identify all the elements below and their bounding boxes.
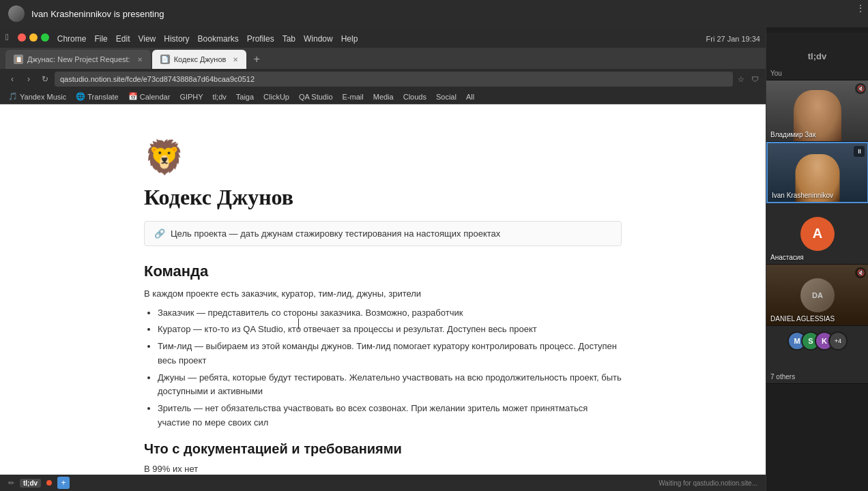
menu-view[interactable]: View bbox=[138, 34, 156, 44]
address-input[interactable] bbox=[55, 72, 733, 87]
notion-page: 🦁 Кодекс Джунов 🔗 Цель проекта — дать дж… bbox=[144, 118, 622, 475]
bullet-item-1: Куратор — кто-то из QA Studio, кто отвеч… bbox=[158, 323, 622, 337]
callout-box: 🔗 Цель проекта — дать джунам стажировку … bbox=[144, 221, 622, 246]
calendar-icon: 📅 bbox=[128, 92, 138, 101]
datetime-display: Fri 27 Jan 19:34 bbox=[706, 35, 761, 43]
main-layout:  Chrome File Edit View History Bookmark… bbox=[0, 27, 868, 491]
forward-button[interactable]: › bbox=[22, 72, 35, 86]
tab-label-1: Джунас: New Project Request: bbox=[27, 55, 130, 63]
bookmark-clickup[interactable]: ClickUp bbox=[261, 92, 292, 102]
sidebar-options-button[interactable]: ⋮ bbox=[856, 3, 865, 14]
bookmark-label: Calendar bbox=[140, 93, 171, 101]
bookmark-qa-studio[interactable]: QA Studio bbox=[296, 92, 336, 102]
browser-area:  Chrome File Edit View History Bookmark… bbox=[0, 27, 766, 491]
menu-profiles[interactable]: Profiles bbox=[247, 34, 274, 44]
tab-close-1[interactable]: ✕ bbox=[137, 56, 143, 63]
new-tab-button[interactable]: + bbox=[248, 50, 265, 68]
menu-bookmarks[interactable]: Bookmarks bbox=[198, 34, 239, 44]
bookmark-label: All bbox=[466, 93, 474, 101]
bookmark-label: tl;dv bbox=[213, 93, 227, 101]
sidebar: ⋮ tl;dv You 🔇 Владимир Зак ⏸ Ivan Krashe… bbox=[766, 27, 868, 491]
bookmark-media[interactable]: Media bbox=[371, 92, 396, 102]
bookmarks-bar: 🎵 Yandex Music 🌐 Translate 📅 Calendar GI… bbox=[0, 89, 766, 104]
bookmark-tldv[interactable]: tl;dv bbox=[210, 92, 229, 102]
bookmark-label: Yandex Music bbox=[20, 93, 66, 101]
shield-icon[interactable]: 🛡 bbox=[749, 74, 760, 85]
presenter-avatar bbox=[8, 5, 25, 22]
ivan-name-label: Ivan Krasheninnikov bbox=[772, 192, 833, 199]
record-indicator bbox=[46, 480, 52, 486]
team-description: В каждом проекте есть заказчик, куратор,… bbox=[144, 287, 622, 301]
bottom-left: ✏ tl;dv + bbox=[8, 477, 70, 489]
bullet-item-3: Джуны — ребята, которые будут тестироват… bbox=[158, 371, 622, 400]
web-content: 🦁 Кодекс Джунов 🔗 Цель проекта — дать дж… bbox=[0, 104, 766, 475]
anastasia-name-label: Анастасия bbox=[770, 254, 804, 261]
bookmark-calendar[interactable]: 📅 Calendar bbox=[126, 91, 173, 102]
anastasia-avatar-letter: А bbox=[813, 226, 822, 241]
bookmark-email[interactable]: E-mail bbox=[340, 92, 366, 102]
menu-window[interactable]: Window bbox=[304, 34, 333, 44]
callout-text: Цель проекта — дать джунам стажировку те… bbox=[171, 228, 500, 239]
menu-edit[interactable]: Edit bbox=[116, 34, 130, 44]
anastasia-avatar: А bbox=[800, 217, 835, 251]
tab-close-2[interactable]: ✕ bbox=[233, 56, 238, 63]
tab-1[interactable]: 📋 Джунас: New Project Request: ✕ bbox=[5, 50, 151, 69]
participant-card-anastasia: А Анастасия bbox=[766, 203, 868, 265]
close-window-button[interactable] bbox=[18, 33, 26, 42]
sidebar-header: ⋮ bbox=[766, 27, 868, 33]
bookmark-taiga[interactable]: Taiga bbox=[233, 92, 257, 102]
bookmark-star-icon[interactable]: ☆ bbox=[736, 74, 747, 85]
bullet-item-2: Тим-лид — выбираем из этой команды джуно… bbox=[158, 340, 622, 368]
tab-favicon-2: 📄 bbox=[160, 55, 170, 64]
refresh-button[interactable]: ↻ bbox=[38, 72, 52, 86]
vladimir-name-label: Владимир Зак bbox=[770, 131, 815, 138]
others-more-avatar: +4 bbox=[828, 331, 848, 351]
tab-favicon-1: 📋 bbox=[14, 55, 23, 64]
menu-chrome[interactable]: Chrome bbox=[57, 34, 87, 44]
bookmark-yandex-music[interactable]: 🎵 Yandex Music bbox=[5, 91, 69, 102]
bookmark-label: GIPHY bbox=[179, 93, 203, 101]
others-participant-card: M S K +4 7 others bbox=[766, 326, 868, 384]
edit-icon: ✏ bbox=[8, 479, 14, 488]
daniel-mic-icon: 🔇 bbox=[855, 267, 866, 278]
address-bar-row: ‹ › ↻ ☆ 🛡 bbox=[0, 69, 766, 89]
avatar-image bbox=[8, 5, 25, 22]
traffic-lights:  bbox=[5, 32, 49, 42]
bookmark-giphy[interactable]: GIPHY bbox=[177, 92, 205, 102]
you-name-label: You bbox=[770, 70, 782, 77]
presenter-bar: Ivan Krasheninnikov is presenting bbox=[0, 0, 868, 27]
menu-help[interactable]: Help bbox=[341, 34, 358, 44]
address-icons: ☆ 🛡 bbox=[736, 74, 760, 85]
bookmark-all[interactable]: All bbox=[463, 92, 477, 102]
page-title: Кодекс Джунов bbox=[144, 185, 622, 210]
menu-bar: Chrome File Edit View History Bookmarks … bbox=[57, 34, 358, 44]
bookmark-label: Media bbox=[373, 93, 394, 101]
participant-card-daniel: DA 🔇 DANIEL AGLESSIAS bbox=[766, 265, 868, 326]
maximize-window-button[interactable] bbox=[41, 33, 49, 42]
system-bar:  Chrome File Edit View History Bookmark… bbox=[5, 30, 760, 48]
bookmark-label: ClickUp bbox=[263, 93, 289, 101]
you-video-label: tl;dv bbox=[808, 51, 826, 61]
bookmark-translate[interactable]: 🌐 Translate bbox=[73, 91, 121, 102]
bookmark-label: Social bbox=[436, 93, 457, 101]
browser-chrome:  Chrome File Edit View History Bookmark… bbox=[0, 27, 766, 48]
tab-2[interactable]: 📄 Кодекс Джунов ✕ bbox=[152, 50, 247, 69]
docs-sub-text: В 99% их нет bbox=[144, 462, 622, 475]
bookmark-social[interactable]: Social bbox=[433, 92, 459, 102]
bullet-item-4: Зритель — нет обязательства участвовать … bbox=[158, 402, 622, 430]
you-participant-card: tl;dv You bbox=[766, 33, 868, 80]
menu-file[interactable]: File bbox=[94, 34, 107, 44]
menu-tab[interactable]: Tab bbox=[283, 34, 295, 44]
add-clip-button[interactable]: + bbox=[57, 477, 70, 489]
system-right: Fri 27 Jan 19:34 bbox=[706, 35, 761, 43]
tab-label-2: Кодекс Джунов bbox=[174, 55, 227, 63]
bookmark-clouds[interactable]: Clouds bbox=[401, 92, 429, 102]
daniel-name-label: DANIEL AGLESSIAS bbox=[770, 315, 835, 323]
back-button[interactable]: ‹ bbox=[5, 72, 19, 86]
ivan-pause-icon: ⏸ bbox=[854, 146, 865, 157]
minimize-window-button[interactable] bbox=[29, 33, 38, 42]
system-left:  Chrome File Edit View History Bookmark… bbox=[5, 32, 358, 46]
bottom-bar: ✏ tl;dv + Waiting for qastudio.notion.si… bbox=[0, 475, 766, 491]
menu-history[interactable]: History bbox=[164, 34, 189, 44]
bullet-item-0: Заказчик — представитель со стороны зака… bbox=[158, 306, 622, 321]
